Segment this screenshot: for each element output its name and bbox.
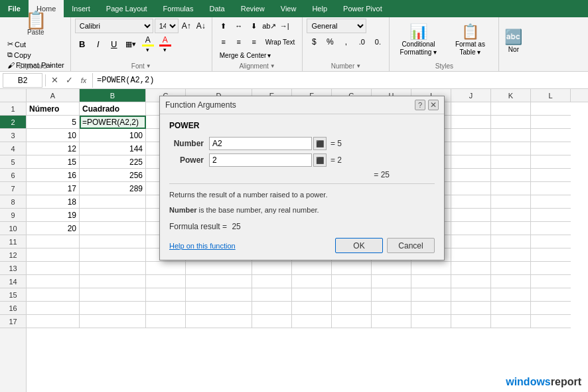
align-bottom-button[interactable]: ⬇	[247, 19, 261, 33]
underline-button[interactable]: U	[107, 37, 121, 52]
cell-b10[interactable]	[80, 222, 146, 235]
cell-l7[interactable]	[531, 182, 571, 195]
fill-color-button[interactable]: A ▾	[140, 35, 156, 54]
cell-a10[interactable]: 20	[27, 222, 80, 235]
cell-l6[interactable]	[531, 169, 571, 182]
cell-k7[interactable]	[491, 182, 531, 195]
row-header-10[interactable]: 10	[0, 222, 26, 235]
row-header-1[interactable]: 1	[0, 102, 26, 116]
font-size-select[interactable]: 14	[155, 19, 179, 33]
cell-b4[interactable]: 144	[80, 142, 146, 155]
cell-l9[interactable]	[531, 209, 571, 222]
cell-l8[interactable]	[531, 195, 571, 209]
cell-k10[interactable]	[491, 222, 531, 235]
cell-k9[interactable]	[491, 209, 531, 222]
merge-center-button[interactable]: Merge & Center ▾	[216, 50, 275, 60]
cell-k1[interactable]	[491, 102, 531, 116]
row-header-8[interactable]: 8	[0, 195, 26, 209]
row-header-6[interactable]: 6	[0, 169, 26, 182]
tab-page-layout[interactable]: Page Layout	[98, 0, 155, 17]
col-header-k[interactable]: K	[491, 89, 531, 102]
row-header-11[interactable]: 11	[0, 235, 26, 248]
cell-b5[interactable]: 225	[80, 155, 146, 169]
orientation-button[interactable]: ab↗	[262, 19, 277, 33]
indent-increase-button[interactable]: →|	[277, 19, 292, 33]
cell-j1[interactable]	[451, 102, 491, 116]
cell-b7[interactable]: 289	[80, 182, 146, 195]
cell-b1[interactable]: Cuadrado	[80, 102, 146, 116]
cell-j3[interactable]	[451, 129, 491, 142]
tab-power-pivot[interactable]: Power Pivot	[335, 0, 390, 17]
cell-b3[interactable]: 100	[80, 129, 146, 142]
cell-b8[interactable]	[80, 195, 146, 209]
percent-button[interactable]: %	[323, 35, 337, 49]
cell-l5[interactable]	[531, 155, 571, 169]
cell-j9[interactable]	[451, 209, 491, 222]
increase-decimal-button[interactable]: .0	[354, 35, 369, 49]
cell-a2[interactable]: 5	[27, 116, 80, 129]
dialog-close-button[interactable]: ✕	[428, 100, 439, 110]
dialog-arg-collapse-power[interactable]: ⬛	[313, 153, 327, 167]
cell-k8[interactable]	[491, 195, 531, 209]
cell-a1[interactable]: Número	[27, 102, 80, 116]
cell-l2[interactable]	[531, 116, 571, 129]
dialog-cancel-button[interactable]: Cancel	[387, 238, 435, 253]
decrease-font-button[interactable]: A↓	[194, 19, 208, 33]
accounting-button[interactable]: $	[307, 35, 321, 49]
col-header-j[interactable]: J	[451, 89, 491, 102]
tab-data[interactable]: Data	[201, 0, 232, 17]
col-header-a[interactable]: A	[27, 89, 80, 102]
cell-a8[interactable]: 18	[27, 195, 80, 209]
increase-font-button[interactable]: A↑	[180, 19, 193, 33]
col-header-b[interactable]: B	[80, 89, 146, 102]
border-button[interactable]: ▦▾	[123, 39, 139, 50]
dialog-ok-button[interactable]: OK	[335, 238, 383, 253]
tab-review[interactable]: Review	[233, 0, 273, 17]
tab-formulas[interactable]: Formulas	[155, 0, 202, 17]
decrease-decimal-button[interactable]: 0.	[370, 35, 385, 49]
col-header-l[interactable]: L	[531, 89, 571, 102]
row-header-5[interactable]: 5	[0, 155, 26, 169]
cell-a6[interactable]: 16	[27, 169, 80, 182]
cell-b9[interactable]	[80, 209, 146, 222]
dialog-help-link[interactable]: Help on this function	[169, 242, 236, 250]
bold-button[interactable]: B	[75, 37, 90, 52]
cell-k2[interactable]	[491, 116, 531, 129]
tab-view[interactable]: View	[273, 0, 305, 17]
cell-k3[interactable]	[491, 129, 531, 142]
dialog-arg-input-number[interactable]	[209, 137, 312, 150]
row-header-12[interactable]: 12	[0, 248, 26, 262]
cell-a3[interactable]: 10	[27, 129, 80, 142]
row-header-13[interactable]: 13	[0, 262, 26, 275]
cell-a7[interactable]: 17	[27, 182, 80, 195]
cell-l3[interactable]	[531, 129, 571, 142]
format-as-table-button[interactable]: 📋 Format as Table ▾	[445, 20, 494, 60]
wrap-text-button[interactable]: Wrap Text	[262, 35, 299, 49]
row-header-7[interactable]: 7	[0, 182, 26, 195]
function-arguments-dialog[interactable]: Function Arguments ? ✕ POWER Number ⬛	[159, 96, 445, 260]
row-header-16[interactable]: 16	[0, 302, 26, 315]
align-left-button[interactable]: ≡	[216, 35, 231, 49]
cell-a9[interactable]: 19	[27, 209, 80, 222]
cell-b2[interactable]: =POWER(A2,2)	[80, 116, 146, 129]
align-top-button[interactable]: ⬆	[216, 19, 231, 33]
tab-help[interactable]: Help	[304, 0, 335, 17]
tab-insert[interactable]: Insert	[64, 0, 98, 17]
italic-button[interactable]: I	[91, 37, 106, 52]
cell-j6[interactable]	[451, 169, 491, 182]
row-header-2[interactable]: 2	[0, 116, 26, 129]
formula-input[interactable]	[92, 73, 585, 88]
row-header-15[interactable]: 15	[0, 288, 26, 302]
align-center-button[interactable]: ≡	[232, 35, 246, 49]
cell-j5[interactable]	[451, 155, 491, 169]
cell-k4[interactable]	[491, 142, 531, 155]
font-name-select[interactable]: Calibri	[75, 19, 153, 33]
row-header-14[interactable]: 14	[0, 275, 26, 288]
cell-j2[interactable]	[451, 116, 491, 129]
cell-l4[interactable]	[531, 142, 571, 155]
conditional-formatting-button[interactable]: 📊 Conditional Formatting ▾	[394, 20, 443, 60]
cell-a5[interactable]: 15	[27, 155, 80, 169]
dialog-question-button[interactable]: ?	[415, 100, 425, 110]
row-header-4[interactable]: 4	[0, 142, 26, 155]
paste-button[interactable]: 📋 Paste	[22, 9, 50, 38]
